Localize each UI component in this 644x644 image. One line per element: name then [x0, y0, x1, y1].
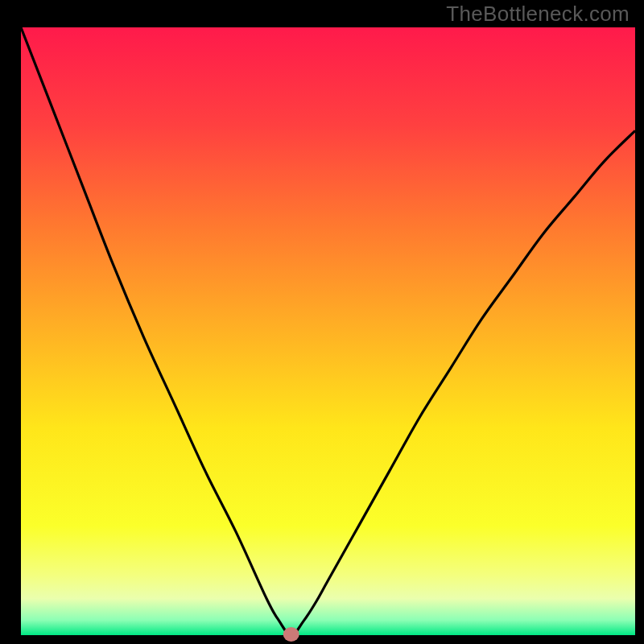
chart-frame: TheBottleneck.com	[0, 0, 644, 644]
minimum-marker	[283, 627, 299, 642]
bottleneck-chart	[0, 0, 644, 644]
plot-background	[21, 27, 635, 635]
